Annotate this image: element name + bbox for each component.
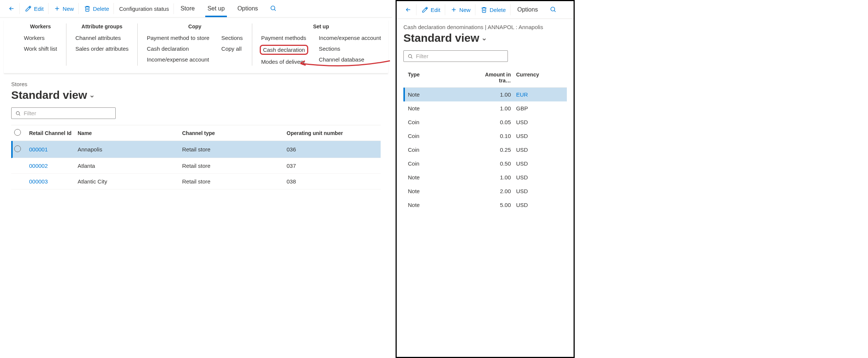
row-radio[interactable] — [14, 145, 21, 152]
ribbon-link[interactable]: Income/expense account — [317, 34, 383, 42]
header-id[interactable]: Retail Channel Id — [29, 130, 78, 136]
denominations-grid: Type Amount in tra… Currency Note1.00EUR… — [403, 68, 567, 212]
new-label: New — [63, 6, 74, 12]
breadcrumb: Cash declaration denominations | ANNAPOL… — [403, 24, 567, 30]
ribbon-link[interactable]: Work shift list — [22, 45, 59, 53]
cell-amount: 1.00 — [475, 105, 516, 112]
cell-unit: 036 — [287, 146, 361, 153]
table-row[interactable]: Coin0.50USD — [403, 157, 567, 170]
ribbon-link[interactable]: Sections — [220, 34, 244, 42]
ribbon-link[interactable]: Channel database — [317, 56, 383, 63]
table-row[interactable]: Coin0.10USD — [403, 129, 567, 143]
cell-type: Note — [408, 188, 475, 194]
tab-store[interactable]: Store — [175, 2, 201, 15]
search-button[interactable] — [544, 4, 562, 16]
delete-button[interactable]: Delete — [476, 4, 511, 15]
header-type[interactable]: Channel type — [182, 130, 287, 136]
edit-button[interactable]: Edit — [417, 4, 445, 15]
plus-icon — [54, 5, 60, 12]
header-name[interactable]: Name — [78, 130, 182, 136]
ribbon-link[interactable]: Income/expense account — [145, 56, 211, 63]
ribbon-group-title: Set up — [260, 23, 383, 29]
page-title[interactable]: Standard view ⌄ — [11, 89, 381, 101]
cell-type: Retail store — [182, 178, 287, 185]
cell-currency: USD — [516, 119, 546, 125]
new-label: New — [459, 7, 471, 13]
grid-header: Type Amount in tra… Currency — [403, 68, 567, 88]
tab-setup[interactable]: Set up — [202, 2, 231, 15]
cell-name: Atlantic City — [78, 178, 182, 185]
cell-currency: USD — [516, 133, 546, 139]
ribbon-group: WorkersWorkersWork shift list — [15, 23, 66, 66]
search-icon — [408, 53, 413, 59]
config-status-button[interactable]: Configuration status — [115, 3, 174, 14]
channel-id-link[interactable]: 000003 — [29, 178, 48, 185]
header-amount[interactable]: Amount in tra… — [475, 72, 516, 84]
table-row[interactable]: Note2.00USD — [403, 184, 567, 198]
edit-label: Edit — [431, 7, 440, 13]
cell-name: Annapolis — [78, 146, 182, 153]
svg-point-1 — [16, 112, 19, 115]
cell-amount: 5.00 — [475, 202, 516, 208]
ribbon-link[interactable]: Payment method to store — [145, 34, 211, 42]
delete-button[interactable]: Delete — [79, 3, 114, 14]
ribbon-link[interactable]: Copy all — [220, 45, 244, 53]
table-row[interactable]: Note1.00GBP — [403, 101, 567, 115]
new-button[interactable]: New — [446, 4, 475, 15]
svg-point-3 — [408, 54, 412, 58]
cell-amount: 2.00 — [475, 188, 516, 194]
table-row[interactable]: Coin0.05USD — [403, 115, 567, 129]
header-type[interactable]: Type — [408, 72, 475, 84]
ribbon-link[interactable]: Channel attributes — [74, 34, 130, 42]
channel-id-link[interactable]: 000001 — [29, 146, 48, 153]
cell-amount: 0.50 — [475, 160, 516, 167]
cell-type: Retail store — [182, 146, 287, 153]
page-title-text: Standard view — [403, 32, 479, 44]
ribbon-link[interactable]: Sales order attributes — [74, 45, 130, 53]
cell-unit: 037 — [287, 163, 361, 169]
ribbon-group-title: Attribute groups — [74, 23, 130, 29]
channel-id-link[interactable]: 000002 — [29, 163, 48, 169]
ribbon-link[interactable]: Cash declaration — [260, 45, 309, 55]
table-row[interactable]: 000003Atlantic CityRetail store038 — [11, 174, 381, 189]
header-currency[interactable]: Currency — [516, 72, 546, 84]
grid-header: Retail Channel Id Name Channel type Oper… — [11, 125, 381, 141]
page-title[interactable]: Standard view ⌄ — [403, 32, 567, 44]
header-unit[interactable]: Operating unit number — [287, 130, 361, 136]
filter-input[interactable] — [416, 53, 504, 59]
content-right: Cash declaration denominations | ANNAPOL… — [397, 19, 574, 217]
table-row[interactable]: Note5.00USD — [403, 198, 567, 212]
cell-currency: USD — [516, 188, 546, 194]
ribbon-link[interactable]: Modes of delivery — [260, 58, 309, 66]
ribbon-link[interactable]: Payment methods — [260, 34, 309, 42]
table-row[interactable]: 000001AnnapolisRetail store036 — [11, 141, 381, 158]
table-row[interactable]: 000002AtlantaRetail store037 — [11, 158, 381, 174]
back-button[interactable] — [400, 4, 416, 15]
cell-type: Coin — [408, 147, 475, 153]
ribbon: WorkersWorkersWork shift listAttribute g… — [4, 20, 388, 73]
search-icon — [270, 5, 277, 12]
cell-amount: 0.25 — [475, 147, 516, 153]
config-label: Configuration status — [119, 6, 169, 12]
back-button[interactable] — [4, 3, 20, 14]
tab-options[interactable]: Options — [231, 2, 264, 15]
arrow-left-icon — [405, 6, 412, 13]
select-all-toggle[interactable] — [14, 129, 21, 136]
cell-currency: USD — [516, 174, 546, 180]
chevron-down-icon: ⌄ — [481, 34, 487, 42]
ribbon-group: Set upPayment methodsCash declarationMod… — [252, 23, 390, 66]
ribbon-link[interactable]: Cash declaration — [145, 45, 211, 53]
filter-input[interactable] — [24, 110, 112, 116]
table-row[interactable]: Coin0.25USD — [403, 143, 567, 157]
new-button[interactable]: New — [49, 3, 79, 14]
cell-currency: USD — [516, 147, 546, 153]
page-title-text: Standard view — [11, 89, 87, 101]
tab-options[interactable]: Options — [511, 3, 544, 16]
table-row[interactable]: Note1.00EUR — [403, 88, 567, 101]
ribbon-link[interactable]: Sections — [317, 45, 383, 53]
search-button[interactable] — [265, 3, 282, 15]
ribbon-link[interactable]: Workers — [22, 34, 59, 42]
cell-type: Note — [408, 174, 475, 180]
table-row[interactable]: Note1.00USD — [403, 170, 567, 184]
edit-button[interactable]: Edit — [21, 3, 49, 14]
